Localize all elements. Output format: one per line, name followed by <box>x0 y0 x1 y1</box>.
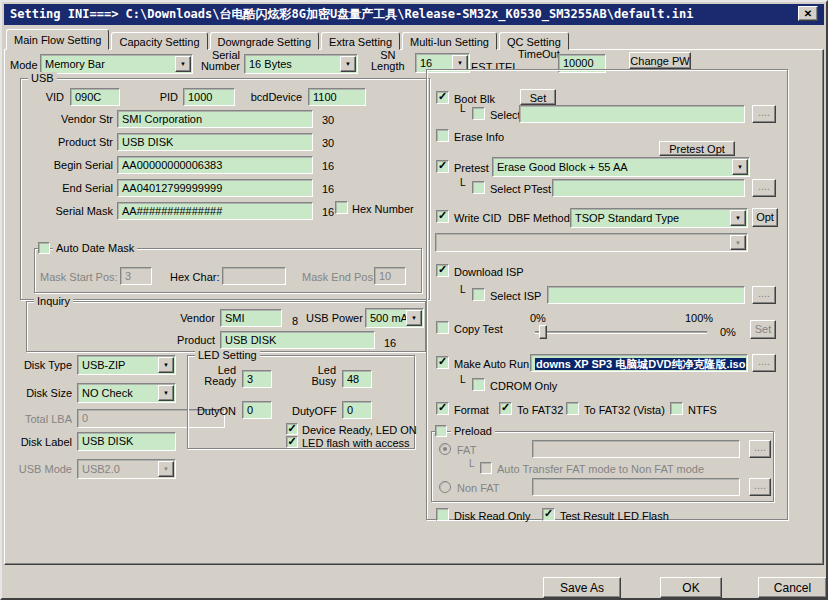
pretest-checkbox[interactable]: ✓ <box>436 160 449 173</box>
dbf-method-label: DBF Method <box>508 212 570 224</box>
pid-field[interactable]: 1000 <box>183 88 235 106</box>
non-fat-browse-button[interactable]: .... <box>749 478 771 496</box>
tab-downgrade-setting[interactable]: Downgrade Setting <box>210 32 320 50</box>
chevron-down-icon[interactable]: ▼ <box>406 310 422 326</box>
ok-button[interactable]: OK <box>660 577 722 598</box>
end-serial-field[interactable]: AA04012799999999 <box>117 179 313 197</box>
chevron-down-icon[interactable]: ▼ <box>340 56 356 72</box>
pretest-value: Erase Good Block + 55 AA <box>497 161 628 173</box>
preload-checkbox[interactable] <box>435 425 447 437</box>
tab-qc-setting[interactable]: QC Setting <box>499 32 569 50</box>
vendor-str-field[interactable]: SMI Corporation <box>117 110 313 128</box>
boot-blk-select-checkbox[interactable] <box>472 107 485 120</box>
boot-blk-checkbox[interactable]: ✓ <box>436 91 449 104</box>
disk-type-select[interactable]: USB-ZIP ▼ <box>77 355 176 375</box>
chevron-down-icon[interactable]: ▼ <box>158 461 174 477</box>
check-icon: ✓ <box>501 401 510 413</box>
make-auto-run-field[interactable]: downs XP SP3 电脑城DVD纯净克隆版.iso <box>530 354 748 372</box>
product-str-field[interactable]: USB DISK <box>117 133 313 151</box>
cdrom-only-checkbox[interactable] <box>472 378 485 391</box>
duty-on-label: DutyON <box>196 405 236 417</box>
chevron-down-icon[interactable]: ▼ <box>175 56 191 72</box>
pretest-opt-button[interactable]: Pretest Opt <box>659 141 735 156</box>
duty-off-field[interactable]: 0 <box>342 401 372 419</box>
non-fat-field[interactable] <box>532 478 740 496</box>
disk-label-field[interactable]: USB DISK <box>77 432 176 451</box>
chevron-down-icon[interactable]: ▼ <box>158 385 174 401</box>
hex-char-field[interactable] <box>222 267 286 285</box>
chevron-down-icon[interactable]: ▼ <box>732 159 748 175</box>
fat-browse-button[interactable]: .... <box>749 440 771 458</box>
to-fat32-checkbox[interactable]: ✓ <box>499 402 512 415</box>
serial-number-select[interactable]: 16 Bytes ▼ <box>244 54 358 74</box>
inquiry-product-field[interactable]: USB DISK <box>220 331 375 349</box>
chevron-down-icon[interactable]: ▼ <box>730 235 746 250</box>
led-ready-field[interactable]: 3 <box>242 370 272 388</box>
select-isp-browse-button[interactable]: .... <box>752 286 776 304</box>
boot-blk-set-button[interactable]: Set <box>520 89 556 105</box>
bcddevice-field[interactable]: 1100 <box>308 88 366 106</box>
fat-field[interactable] <box>532 440 740 458</box>
serial-mask-field[interactable]: AA############## <box>117 202 313 220</box>
copy-test-slider-track[interactable] <box>535 331 707 334</box>
make-auto-run-browse-button[interactable]: .... <box>752 354 776 372</box>
chevron-down-icon[interactable]: ▼ <box>158 357 174 373</box>
dbf-method-select[interactable]: TSOP Standard Type ▼ <box>570 208 748 228</box>
mode-select[interactable]: Memory Bar ▼ <box>40 54 193 74</box>
usb-power-select[interactable]: 500 mA ▼ <box>365 308 424 328</box>
vid-field[interactable]: 090C <box>70 88 120 106</box>
select-ptest-field[interactable] <box>552 179 745 197</box>
auto-transfer-checkbox[interactable] <box>480 462 492 474</box>
select-isp-field[interactable] <box>547 286 745 304</box>
test-result-led-checkbox[interactable]: ✓ <box>542 508 555 521</box>
to-fat32-vista-checkbox[interactable] <box>566 402 579 415</box>
check-icon: ✓ <box>438 401 447 413</box>
boot-blk-browse-button[interactable]: .... <box>752 105 776 123</box>
close-button[interactable]: ✕ <box>798 6 818 21</box>
disk-read-only-checkbox[interactable] <box>436 508 449 521</box>
write-cid-checkbox[interactable]: ✓ <box>436 210 449 223</box>
titlebar[interactable]: Setting INI===> C:\Downloads\台电酷闪炫彩8G加密U… <box>4 4 824 25</box>
select-ptest-browse-button[interactable]: .... <box>752 179 776 197</box>
select-isp-checkbox[interactable] <box>472 288 485 301</box>
change-pw-button[interactable]: Change PW <box>629 52 691 69</box>
erase-info-checkbox[interactable] <box>436 129 449 142</box>
tab-main-flow-setting[interactable]: Main Flow Setting <box>6 29 109 50</box>
copy-test-checkbox[interactable] <box>436 321 449 334</box>
vendor-str-label: Vendor Str <box>32 113 113 125</box>
download-isp-checkbox[interactable]: ✓ <box>436 264 449 277</box>
tab-multi-lun-setting[interactable]: Multi-lun Setting <box>402 32 497 50</box>
fat-radio[interactable] <box>439 443 451 455</box>
boot-blk-select-field[interactable] <box>519 105 745 123</box>
tab-capacity-setting[interactable]: Capacity Setting <box>111 32 207 50</box>
cid-extra-select[interactable]: ▼ <box>435 233 748 252</box>
select-ptest-checkbox[interactable] <box>472 181 485 194</box>
make-auto-run-checkbox[interactable]: ✓ <box>436 356 449 369</box>
duty-on-field[interactable]: 0 <box>242 401 272 419</box>
chevron-down-icon[interactable]: ▼ <box>730 210 746 226</box>
l-connector: L <box>460 103 466 114</box>
tab-extra-setting[interactable]: Extra Setting <box>321 32 400 50</box>
ntfs-checkbox[interactable] <box>670 402 683 415</box>
mask-start-pos-field[interactable]: 3 <box>120 267 152 285</box>
hex-number-checkbox[interactable] <box>335 201 348 214</box>
mask-end-pos-field[interactable]: 10 <box>374 267 406 285</box>
led-busy-field[interactable]: 48 <box>342 370 372 388</box>
disk-size-select[interactable]: NO Check ▼ <box>77 383 176 403</box>
cancel-button[interactable]: Cancel <box>758 577 827 598</box>
tab-strip: Main Flow Setting Capacity Setting Downg… <box>6 29 571 50</box>
radio-dot-icon <box>443 447 447 451</box>
begin-serial-field[interactable]: AA00000000006383 <box>117 156 313 174</box>
auto-date-mask-checkbox[interactable] <box>38 242 50 254</box>
device-ready-led-checkbox[interactable]: ✓ <box>286 423 298 435</box>
pretest-select[interactable]: Erase Good Block + 55 AA ▼ <box>492 157 750 177</box>
usb-mode-select[interactable]: USB2.0 ▼ <box>77 459 176 479</box>
save-as-button[interactable]: Save As <box>543 577 621 598</box>
copy-test-set-button[interactable]: Set <box>750 320 776 339</box>
format-checkbox[interactable]: ✓ <box>436 402 449 415</box>
inquiry-vendor-field[interactable]: SMI <box>220 309 282 327</box>
led-flash-access-checkbox[interactable]: ✓ <box>286 436 298 448</box>
cid-opt-button[interactable]: Opt <box>752 208 778 227</box>
non-fat-radio[interactable] <box>439 481 451 493</box>
copy-test-slider-thumb[interactable] <box>539 325 547 339</box>
